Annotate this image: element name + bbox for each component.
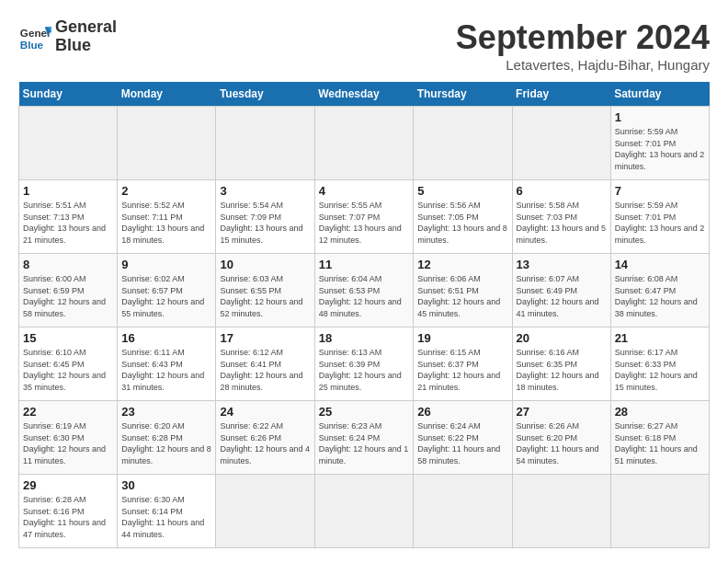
day-info: Sunrise: 6:07 AMSunset: 6:49 PMDaylight:…: [517, 274, 599, 318]
calendar-cell: 27 Sunrise: 6:26 AMSunset: 6:20 PMDaylig…: [512, 401, 610, 475]
day-number: 17: [220, 331, 310, 345]
day-number: 27: [517, 405, 607, 419]
calendar-cell: 4 Sunrise: 5:55 AMSunset: 7:07 PMDayligh…: [314, 180, 414, 254]
month-title: September 2024: [456, 18, 710, 57]
logo-name-general: General: [55, 18, 117, 37]
day-info: Sunrise: 6:06 AMSunset: 6:51 PMDaylight:…: [417, 274, 500, 318]
day-number: 21: [615, 331, 705, 345]
day-info: Sunrise: 5:52 AMSunset: 7:11 PMDaylight:…: [121, 201, 204, 245]
day-info: Sunrise: 6:00 AMSunset: 6:59 PMDaylight:…: [23, 274, 106, 318]
calendar-cell: [414, 475, 512, 548]
day-number: 25: [319, 405, 410, 419]
day-info: Sunrise: 6:27 AMSunset: 6:18 PMDaylight:…: [615, 421, 698, 465]
day-info: Sunrise: 5:58 AMSunset: 7:03 PMDaylight:…: [517, 201, 607, 245]
day-info: Sunrise: 6:30 AMSunset: 6:14 PMDaylight:…: [121, 495, 204, 539]
day-number: 15: [23, 331, 113, 345]
day-number: 10: [220, 258, 310, 271]
day-number: 2: [121, 184, 211, 198]
day-info: Sunrise: 6:03 AMSunset: 6:55 PMDaylight:…: [220, 274, 302, 318]
calendar-cell: 22 Sunrise: 6:19 AMSunset: 6:30 PMDaylig…: [19, 401, 118, 475]
calendar-cell: 20 Sunrise: 6:16 AMSunset: 6:35 PMDaylig…: [512, 327, 610, 401]
day-number: 16: [121, 331, 211, 345]
calendar-cell: 10 Sunrise: 6:03 AMSunset: 6:55 PMDaylig…: [216, 254, 314, 327]
calendar-cell: 1 Sunrise: 5:59 AMSunset: 7:01 PMDayligh…: [610, 107, 709, 180]
column-header-monday: Monday: [118, 82, 216, 107]
calendar-cell: 3 Sunrise: 5:54 AMSunset: 7:09 PMDayligh…: [216, 180, 314, 254]
day-info: Sunrise: 6:24 AMSunset: 6:22 PMDaylight:…: [417, 421, 500, 465]
column-header-saturday: Saturday: [610, 82, 709, 107]
calendar-header-row: SundayMondayTuesdayWednesdayThursdayFrid…: [19, 82, 710, 107]
day-info: Sunrise: 6:04 AMSunset: 6:53 PMDaylight:…: [319, 274, 402, 318]
calendar-cell: 8 Sunrise: 6:00 AMSunset: 6:59 PMDayligh…: [19, 254, 118, 327]
day-number: 8: [23, 258, 113, 271]
calendar-cell: [610, 475, 709, 548]
logo: General Blue General Blue: [18, 18, 117, 55]
calendar-cell: [216, 475, 314, 548]
day-number: 20: [517, 331, 607, 345]
day-info: Sunrise: 5:51 AMSunset: 7:13 PMDaylight:…: [23, 201, 106, 245]
day-number: 30: [121, 478, 211, 492]
calendar-cell: 13 Sunrise: 6:07 AMSunset: 6:49 PMDaylig…: [512, 254, 610, 327]
day-info: Sunrise: 6:20 AMSunset: 6:28 PMDaylight:…: [121, 421, 211, 465]
calendar-week-1: 1 Sunrise: 5:59 AMSunset: 7:01 PMDayligh…: [19, 107, 710, 180]
day-number: 19: [417, 331, 507, 345]
calendar-body: 1 Sunrise: 5:59 AMSunset: 7:01 PMDayligh…: [19, 107, 710, 548]
calendar-cell: 24 Sunrise: 6:22 AMSunset: 6:26 PMDaylig…: [216, 401, 314, 475]
day-number: 3: [220, 184, 310, 198]
calendar-cell: 30 Sunrise: 6:30 AMSunset: 6:14 PMDaylig…: [118, 475, 216, 548]
calendar-cell: 5 Sunrise: 5:56 AMSunset: 7:05 PMDayligh…: [414, 180, 512, 254]
calendar-cell: 7 Sunrise: 5:59 AMSunset: 7:01 PMDayligh…: [610, 180, 709, 254]
day-info: Sunrise: 6:13 AMSunset: 6:39 PMDaylight:…: [319, 348, 402, 392]
day-info: Sunrise: 6:17 AMSunset: 6:33 PMDaylight:…: [615, 348, 698, 392]
day-number: 1: [615, 110, 705, 124]
location-title: Letavertes, Hajdu-Bihar, Hungary: [456, 57, 710, 73]
calendar-week-6: 29 Sunrise: 6:28 AMSunset: 6:16 PMDaylig…: [19, 475, 710, 548]
day-info: Sunrise: 6:08 AMSunset: 6:47 PMDaylight:…: [615, 274, 698, 318]
title-area: September 2024 Letavertes, Hajdu-Bihar, …: [456, 18, 710, 73]
calendar-cell: 28 Sunrise: 6:27 AMSunset: 6:18 PMDaylig…: [610, 401, 709, 475]
day-number: 9: [121, 258, 211, 271]
day-number: 12: [417, 258, 507, 271]
day-number: 26: [417, 405, 507, 419]
day-info: Sunrise: 5:59 AMSunset: 7:01 PMDaylight:…: [615, 201, 705, 245]
calendar-cell: [118, 107, 216, 180]
day-number: 22: [23, 405, 113, 419]
day-number: 13: [517, 258, 607, 271]
day-info: Sunrise: 6:22 AMSunset: 6:26 PMDaylight:…: [220, 421, 310, 465]
day-number: 23: [121, 405, 211, 419]
calendar-cell: [314, 475, 414, 548]
calendar-cell: 6 Sunrise: 5:58 AMSunset: 7:03 PMDayligh…: [512, 180, 610, 254]
day-info: Sunrise: 6:10 AMSunset: 6:45 PMDaylight:…: [23, 348, 106, 392]
calendar-week-4: 15 Sunrise: 6:10 AMSunset: 6:45 PMDaylig…: [19, 327, 710, 401]
day-info: Sunrise: 6:15 AMSunset: 6:37 PMDaylight:…: [417, 348, 500, 392]
calendar-cell: 1 Sunrise: 5:51 AMSunset: 7:13 PMDayligh…: [19, 180, 118, 254]
calendar-table: SundayMondayTuesdayWednesdayThursdayFrid…: [18, 82, 710, 548]
calendar-cell: 29 Sunrise: 6:28 AMSunset: 6:16 PMDaylig…: [19, 475, 118, 548]
calendar-cell: [414, 107, 512, 180]
day-info: Sunrise: 6:26 AMSunset: 6:20 PMDaylight:…: [517, 421, 599, 465]
calendar-cell: 12 Sunrise: 6:06 AMSunset: 6:51 PMDaylig…: [414, 254, 512, 327]
day-number: 18: [319, 331, 410, 345]
calendar-cell: 26 Sunrise: 6:24 AMSunset: 6:22 PMDaylig…: [414, 401, 512, 475]
day-info: Sunrise: 6:12 AMSunset: 6:41 PMDaylight:…: [220, 348, 302, 392]
calendar-cell: 21 Sunrise: 6:17 AMSunset: 6:33 PMDaylig…: [610, 327, 709, 401]
calendar-cell: [512, 107, 610, 180]
day-info: Sunrise: 6:19 AMSunset: 6:30 PMDaylight:…: [23, 421, 106, 465]
calendar-cell: 11 Sunrise: 6:04 AMSunset: 6:53 PMDaylig…: [314, 254, 414, 327]
header: General Blue General Blue September 2024…: [18, 18, 710, 73]
calendar-cell: 2 Sunrise: 5:52 AMSunset: 7:11 PMDayligh…: [118, 180, 216, 254]
column-header-friday: Friday: [512, 82, 610, 107]
calendar-cell: 17 Sunrise: 6:12 AMSunset: 6:41 PMDaylig…: [216, 327, 314, 401]
column-header-tuesday: Tuesday: [216, 82, 314, 107]
day-number: 28: [615, 405, 705, 419]
calendar-cell: [19, 107, 118, 180]
calendar-week-2: 1 Sunrise: 5:51 AMSunset: 7:13 PMDayligh…: [19, 180, 710, 254]
column-header-thursday: Thursday: [414, 82, 512, 107]
calendar-cell: 18 Sunrise: 6:13 AMSunset: 6:39 PMDaylig…: [314, 327, 414, 401]
calendar-cell: [512, 475, 610, 548]
calendar-cell: 14 Sunrise: 6:08 AMSunset: 6:47 PMDaylig…: [610, 254, 709, 327]
calendar-cell: 9 Sunrise: 6:02 AMSunset: 6:57 PMDayligh…: [118, 254, 216, 327]
day-info: Sunrise: 5:59 AMSunset: 7:01 PMDaylight:…: [615, 127, 705, 171]
day-info: Sunrise: 6:02 AMSunset: 6:57 PMDaylight:…: [121, 274, 204, 318]
day-info: Sunrise: 6:11 AMSunset: 6:43 PMDaylight:…: [121, 348, 204, 392]
